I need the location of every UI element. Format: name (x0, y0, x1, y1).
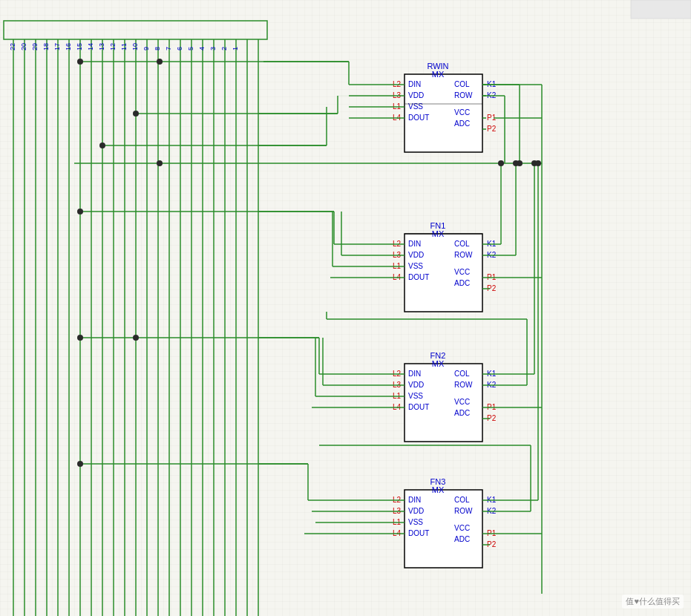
svg-point-186 (535, 160, 541, 166)
svg-text:5: 5 (187, 47, 194, 50)
svg-point-80 (133, 111, 139, 117)
svg-text:16: 16 (65, 43, 72, 50)
svg-text:ROW: ROW (454, 381, 473, 389)
svg-text:ROW: ROW (454, 507, 473, 515)
svg-text:VCC: VCC (454, 398, 470, 406)
svg-text:P2: P2 (487, 125, 497, 133)
svg-text:ADC: ADC (454, 279, 470, 287)
svg-text:VSS: VSS (408, 392, 423, 400)
svg-point-84 (99, 142, 105, 148)
svg-text:VCC: VCC (454, 524, 470, 532)
svg-rect-1 (0, 0, 691, 616)
schematic-canvas: 22 20 29 18 17 16 15 14 13 12 11 10 9 8 … (0, 0, 691, 616)
svg-rect-2 (631, 0, 691, 19)
svg-text:ADC: ADC (454, 535, 470, 543)
svg-point-77 (77, 59, 83, 65)
svg-point-124 (77, 209, 83, 214)
svg-text:12: 12 (109, 43, 117, 50)
svg-text:9: 9 (143, 47, 150, 50)
svg-text:DOUT: DOUT (408, 403, 429, 411)
svg-point-116 (513, 160, 519, 166)
svg-text:VSS: VSS (408, 518, 423, 526)
svg-text:VSS: VSS (408, 262, 423, 270)
svg-text:1: 1 (232, 47, 239, 50)
svg-text:DOUT: DOUT (408, 114, 429, 122)
svg-text:10: 10 (131, 43, 139, 50)
svg-text:DOUT: DOUT (408, 529, 429, 537)
svg-text:VDD: VDD (408, 251, 424, 259)
svg-point-161 (133, 335, 139, 341)
svg-point-113 (498, 160, 504, 166)
svg-text:ROW: ROW (454, 91, 473, 99)
svg-point-213 (77, 335, 83, 341)
svg-text:VCC: VCC (454, 268, 470, 276)
watermark: 值♥什么值得买 (622, 594, 684, 609)
svg-text:ADC: ADC (454, 409, 470, 417)
svg-text:6: 6 (176, 47, 183, 50)
svg-text:MX: MX (432, 359, 445, 368)
svg-text:29: 29 (31, 43, 39, 50)
svg-text:ROW: ROW (454, 251, 473, 259)
svg-text:DIN: DIN (408, 496, 421, 504)
svg-text:3: 3 (209, 47, 217, 50)
svg-text:18: 18 (42, 43, 50, 50)
svg-text:COL: COL (454, 80, 470, 88)
svg-text:4: 4 (198, 47, 206, 50)
svg-point-214 (157, 59, 163, 65)
svg-text:14: 14 (87, 43, 94, 50)
svg-text:ADC: ADC (454, 119, 470, 128)
svg-text:15: 15 (76, 43, 83, 50)
svg-text:DIN: DIN (408, 370, 421, 378)
svg-text:VSS: VSS (408, 102, 423, 111)
svg-text:2: 2 (220, 47, 228, 50)
svg-text:DIN: DIN (408, 80, 421, 88)
svg-text:DIN: DIN (408, 240, 421, 248)
svg-text:11: 11 (120, 43, 128, 50)
svg-text:13: 13 (98, 43, 105, 50)
svg-text:MX: MX (432, 70, 445, 79)
svg-text:22: 22 (9, 43, 16, 50)
svg-text:VCC: VCC (454, 108, 470, 117)
svg-text:17: 17 (53, 43, 61, 50)
svg-text:DOUT: DOUT (408, 273, 429, 281)
svg-point-90 (157, 160, 163, 166)
svg-text:COL: COL (454, 240, 470, 248)
svg-text:MX: MX (432, 485, 445, 494)
svg-point-212 (77, 461, 83, 467)
svg-text:8: 8 (154, 47, 161, 50)
svg-text:COL: COL (454, 370, 470, 378)
svg-text:VDD: VDD (408, 91, 424, 99)
svg-text:COL: COL (454, 496, 470, 504)
svg-text:VDD: VDD (408, 507, 424, 515)
svg-text:7: 7 (165, 47, 172, 50)
svg-text:20: 20 (20, 43, 27, 50)
svg-text:VDD: VDD (408, 381, 424, 389)
